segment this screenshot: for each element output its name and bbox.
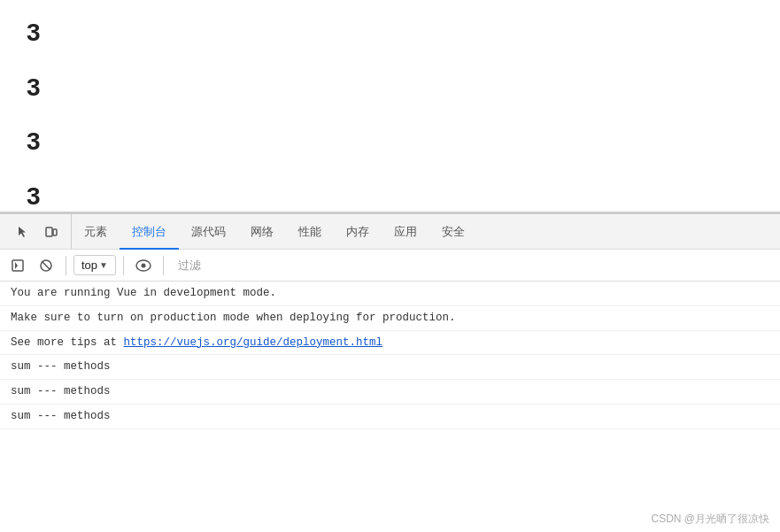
svg-line-5 (42, 261, 50, 269)
console-toolbar: top ▼ (0, 250, 780, 281)
svg-rect-1 (53, 229, 57, 235)
tab-application[interactable]: 应用 (382, 215, 429, 250)
console-msg-vue-1: You are running Vue in development mode. (0, 281, 780, 306)
dropdown-arrow-icon: ▼ (99, 260, 108, 270)
vue-deployment-link[interactable]: https://vuejs.org/guide/deployment.html (124, 336, 383, 349)
device-icon[interactable] (39, 220, 64, 244)
tab-sources[interactable]: 源代码 (179, 215, 238, 250)
tab-memory[interactable]: 内存 (334, 215, 382, 250)
devtools-icon-group (4, 214, 72, 249)
number-3: 3 (27, 127, 753, 157)
console-msg-sum-2: sum --- methods (0, 380, 780, 405)
context-dropdown[interactable]: top ▼ (73, 255, 116, 275)
filter-input[interactable] (171, 255, 775, 275)
console-msg-sum-1: sum --- methods (0, 355, 780, 380)
watermark: CSDN @月光晒了很凉快 (651, 512, 769, 527)
tab-elements[interactable]: 元素 (72, 215, 120, 250)
svg-marker-3 (15, 262, 18, 269)
console-msg-vue-3: See more tips at https://vuejs.org/guide… (0, 331, 780, 356)
inspect-icon[interactable] (11, 220, 35, 244)
clear-console-icon[interactable] (5, 253, 30, 278)
tab-security[interactable]: 安全 (429, 215, 477, 250)
console-msg-sum-3: sum --- methods (0, 405, 780, 429)
console-msg-vue-2: Make sure to turn on production mode whe… (0, 306, 780, 331)
devtools-panel: 元素 控制台 源代码 网络 性能 内存 应用 安全 (0, 212, 780, 532)
block-icon[interactable] (34, 253, 58, 278)
tab-performance[interactable]: 性能 (286, 215, 334, 250)
console-output: You are running Vue in development mode.… (0, 281, 780, 532)
tab-network[interactable]: 网络 (238, 215, 286, 250)
svg-point-7 (141, 263, 145, 267)
toolbar-divider-3 (163, 256, 164, 275)
number-1: 3 (27, 18, 753, 48)
main-content: 3 3 3 3 (0, 0, 780, 212)
toolbar-divider-1 (66, 256, 66, 275)
tab-console[interactable]: 控制台 (120, 215, 179, 250)
svg-rect-0 (46, 227, 52, 236)
number-2: 3 (27, 73, 753, 103)
devtools-tab-bar: 元素 控制台 源代码 网络 性能 内存 应用 安全 (0, 214, 780, 250)
toolbar-divider-2 (123, 256, 124, 275)
number-4: 3 (27, 181, 753, 212)
eye-icon[interactable] (131, 253, 156, 278)
